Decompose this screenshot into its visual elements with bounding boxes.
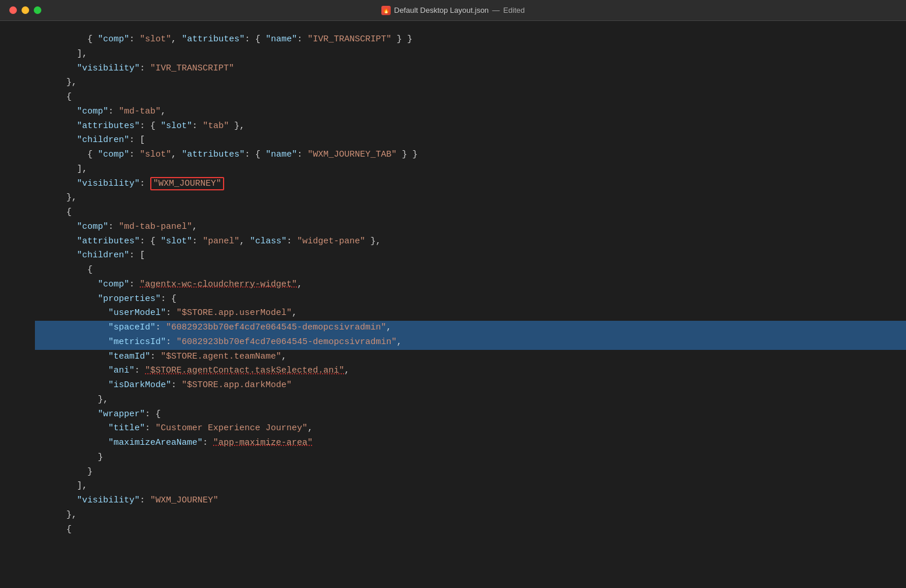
code-line-13: {	[35, 206, 906, 220]
maximize-button[interactable]	[34, 6, 41, 14]
code-line-33: "visibility": "WXM_JOURNEY"	[35, 494, 906, 508]
code-line-3: "visibility": "IVR_TRANSCRIPT"	[35, 62, 906, 76]
code-line-8: "children": [	[35, 133, 906, 148]
minimize-button[interactable]	[22, 6, 29, 14]
code-line-27: "wrapper": {	[35, 408, 906, 422]
code-line-28: "title": "Customer Experience Journey",	[35, 421, 906, 436]
code-line-6: "comp": "md-tab",	[35, 105, 906, 119]
code-line-35: {	[35, 523, 906, 537]
code-line-11: "visibility": "WXM_JOURNEY"	[35, 177, 906, 192]
code-line-19: "properties": {	[35, 292, 906, 307]
code-line-7: "attributes": { "slot": "tab" },	[35, 119, 906, 134]
titlebar: 🔥 Default Desktop Layout.json — Edited	[0, 0, 906, 21]
code-editor[interactable]: { "comp": "slot", "attributes": { "name"…	[0, 21, 906, 548]
traffic-lights	[9, 6, 41, 14]
code-line-30: }	[35, 451, 906, 465]
code-line-32: ],	[35, 479, 906, 494]
code-line-5: {	[35, 90, 906, 105]
filename-label: Default Desktop Layout.json	[394, 6, 489, 15]
code-line-9: { "comp": "slot", "attributes": { "name"…	[35, 148, 906, 162]
code-line-26: },	[35, 393, 906, 408]
code-line-20: "userModel": "$STORE.app.userModel",	[35, 306, 906, 321]
code-line-4: },	[35, 76, 906, 90]
code-line-10: ],	[35, 162, 906, 177]
edited-label: Edited	[503, 6, 525, 15]
file-icon: 🔥	[381, 6, 391, 15]
close-button[interactable]	[9, 6, 17, 14]
code-line-14: "comp": "md-tab-panel",	[35, 220, 906, 235]
code-line-34: },	[35, 508, 906, 523]
code-line-16: "children": [	[35, 249, 906, 263]
code-line-21: "spaceId": "6082923bb70ef4cd7e064545-dem…	[35, 321, 906, 335]
code-line-29: "maximizeAreaName": "app-maximize-area"	[35, 436, 906, 451]
code-line-18: "comp": "agentx-wc-cloudcherry-widget",	[35, 278, 906, 292]
code-line-24: "ani": "$STORE.agentContact.taskSelected…	[35, 364, 906, 378]
code-line-22: "metricsId": "6082923bb70ef4cd7e064545-d…	[35, 335, 906, 350]
code-line-12: },	[35, 191, 906, 206]
code-line-1: { "comp": "slot", "attributes": { "name"…	[35, 33, 906, 47]
code-line-17: {	[35, 263, 906, 278]
code-line-31: }	[35, 465, 906, 480]
code-line-25: "isDarkMode": "$STORE.app.darkMode"	[35, 378, 906, 393]
code-line-23: "teamId": "$STORE.agent.teamName",	[35, 350, 906, 364]
wxm-journey-redbox: "WXM_JOURNEY"	[150, 177, 224, 190]
code-line-15: "attributes": { "slot": "panel", "class"…	[35, 235, 906, 249]
separator-label: —	[492, 6, 500, 15]
titlebar-title: 🔥 Default Desktop Layout.json — Edited	[381, 6, 525, 15]
code-line-2: ],	[35, 47, 906, 62]
